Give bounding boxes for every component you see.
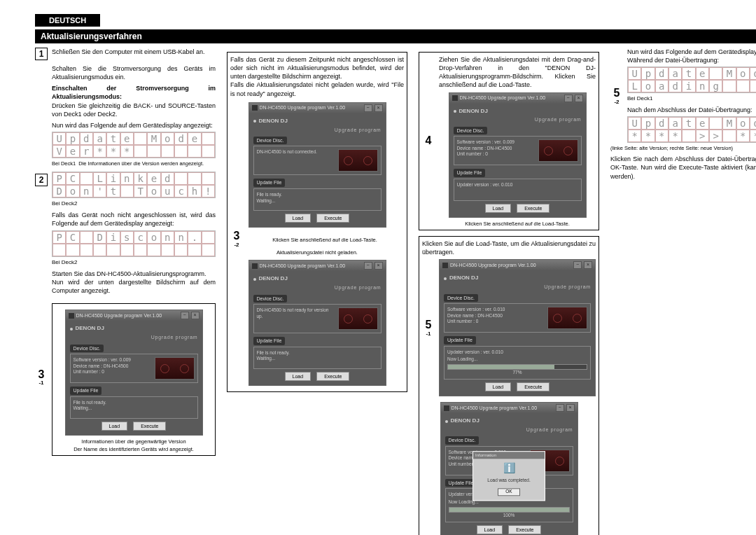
text-bold: Einschalten der Stromversorgung im Aktua… — [52, 84, 216, 101]
close-icon[interactable]: × — [191, 312, 200, 319]
lcd-deck-label: Bei Deck1 — [627, 95, 756, 103]
window-titlebar: DN-HC4500 Upgrade program Ver.1.00 − × — [249, 260, 386, 271]
text: Falls das Gerät zu diesem Zeitpunkt nich… — [230, 55, 404, 98]
execute-button[interactable]: Execute — [517, 204, 550, 213]
device-info: Software version : ver. 0.009Device name… — [74, 357, 152, 380]
step-number-sub: 5-1 — [422, 319, 435, 337]
load-button[interactable]: Load — [485, 382, 512, 391]
ok-button[interactable]: OK — [498, 488, 519, 496]
screenshot-panel: Falls das Gerät zu diesem Zeitpunkt nich… — [227, 52, 407, 392]
update-file-box: Updater version : ver. 0.010 — [454, 179, 582, 201]
info-icon: ℹ️ — [477, 462, 540, 475]
update-tag: Update File — [454, 169, 486, 176]
column-3: 4 Ziehen Sie die Aktualisierungsdatei mi… — [419, 48, 599, 535]
close-icon[interactable]: × — [374, 262, 383, 270]
execute-button[interactable]: Execute — [133, 422, 166, 431]
text: Drücken Sie gleichzeitig die BACK- und S… — [52, 102, 216, 118]
text: Starten Sie das DN-HC4500-Aktualisierung… — [52, 270, 216, 278]
lcd-display: PCDisconn. — [52, 230, 216, 257]
lcd-display: PDConL'itnkTeoduch! — [52, 172, 216, 198]
column-2: Falls das Gerät zu diesem Zeitpunkt nich… — [227, 48, 407, 535]
close-icon[interactable]: × — [566, 404, 575, 412]
screenshot-panel: 4 Ziehen Sie die Aktualisierungsdatei mi… — [419, 52, 599, 230]
update-file-box: Updater version : ver. 0.010 Now Loading… — [444, 346, 591, 380]
brand-logo: DENON DJ — [253, 118, 382, 125]
lcd-info-right: Die Informationen über die Version werde… — [78, 160, 216, 167]
step-number-sub: 4 — [422, 135, 435, 147]
execute-button[interactable]: Execute — [316, 214, 349, 223]
step-number-sub: 3-1 — [35, 369, 48, 387]
app-icon — [252, 263, 258, 269]
step-2: 2 Schalten Sie die Stromversorgung des G… — [35, 64, 216, 295]
app-window: DN-HC4500 Upgrade program Ver.1.00 − × D… — [248, 102, 386, 228]
load-button[interactable]: Load — [285, 372, 312, 381]
window-buttons: Load Execute — [253, 372, 382, 381]
text: Ziehen Sie die Aktualisierungsdatei mit … — [439, 55, 596, 90]
execute-button[interactable]: Execute — [517, 382, 550, 391]
execute-button[interactable]: Execute — [508, 525, 541, 534]
lcd-deck-label: Bei Deck1 — [52, 160, 76, 167]
lcd-display: U*p*d*a*te>>Mo*d*e** — [627, 116, 756, 143]
minimize-icon[interactable]: − — [556, 404, 564, 412]
device-tag: Device Disc. — [444, 294, 478, 302]
app-window: DN-HC4500 Upgrade program Ver.1.00 − × D… — [248, 260, 386, 386]
upgrade-label: Upgrade program — [444, 284, 591, 290]
main-columns: 1 Schließen Sie den Computer mit einem U… — [35, 48, 756, 535]
caption: Aktualisierungsdatei nicht geladen. — [230, 249, 404, 256]
execute-button[interactable]: Execute — [316, 372, 349, 381]
upgrade-label: Upgrade program — [253, 127, 382, 133]
text: Klicken Sie auf die Load-Taste, um die A… — [422, 239, 596, 256]
minimize-icon[interactable]: − — [564, 95, 573, 102]
update-tag: Update File — [444, 336, 476, 344]
progress-bar — [447, 364, 587, 370]
language-tab: DEUTSCH — [35, 14, 100, 27]
section-header: Aktualisierungsverfahren — [35, 29, 756, 43]
update-tag: Update File — [253, 179, 286, 186]
close-icon[interactable]: × — [575, 95, 583, 102]
caption: Klicken Sie anschließend auf die Load-Ta… — [439, 221, 596, 227]
brand-logo: DENON DJ — [70, 325, 198, 333]
text: Nach dem Abschluss der Datei-Übertragung… — [627, 106, 756, 114]
window-body: DENON DJ Upgrade program Device Disc. So… — [66, 321, 202, 435]
text: Klicken Sie nach dem Abschluss der Datei… — [610, 155, 756, 180]
screenshot-panel: Klicken Sie auf die Load-Taste, um die A… — [419, 236, 599, 535]
device-box: DN-HC4500 is not ready for version up. — [253, 304, 382, 333]
column-4: 5-2 Nun wird das Folgende auf dem Geräte… — [610, 48, 756, 535]
lcd-legend: (linke Seite: alte Version; rechte Seite… — [610, 145, 756, 152]
caption: Klicken Sie anschließend auf die Load-Ta… — [246, 237, 404, 243]
device-image — [538, 139, 578, 162]
lcd-display: ULpodaadtiengMode — [627, 67, 756, 93]
window-title: DN-HC4500 Upgrade program Ver.1.00 — [450, 262, 536, 268]
device-info: Software version : ver. 0.009Device name… — [457, 139, 536, 162]
window-buttons: Load Execute — [445, 525, 573, 534]
load-button[interactable]: Load — [102, 422, 128, 431]
close-icon[interactable]: × — [584, 261, 592, 269]
load-button[interactable]: Load — [285, 214, 312, 223]
load-button[interactable]: Load — [485, 204, 512, 213]
lcd-display: UVpedra*t*e*Mode — [52, 132, 216, 158]
progress-text: 100% — [449, 513, 570, 519]
lcd-info: Bei Deck1 Die Informationen über die Ver… — [52, 160, 216, 167]
close-icon[interactable]: × — [374, 104, 383, 112]
popup-dialog: Information ℹ️ Load was completed. OK — [472, 451, 545, 501]
upgrade-label: Upgrade program — [253, 284, 382, 291]
column-1: 1 Schließen Sie den Computer mit einem U… — [35, 48, 216, 535]
step-number: 2 — [35, 174, 48, 186]
app-icon — [252, 105, 258, 111]
step-number: 1 — [35, 48, 48, 60]
window-body: DENON DJ Upgrade program Device Disc. So… — [440, 270, 595, 396]
app-icon — [444, 405, 449, 411]
minimize-icon[interactable]: − — [573, 261, 582, 269]
minimize-icon[interactable]: − — [181, 312, 189, 319]
window-titlebar: DN-HC4500 Upgrade program Ver.1.00 − × — [441, 403, 578, 413]
device-image — [547, 307, 587, 329]
minimize-icon[interactable]: − — [364, 262, 372, 270]
minimize-icon[interactable]: − — [364, 104, 372, 112]
app-icon — [452, 95, 458, 101]
window-title: DN-HC4500 Upgrade program Ver.1.00 — [260, 263, 346, 269]
device-tag: Device Disc. — [445, 436, 479, 444]
device-info: DN-HC4500 is not ready for version up. — [257, 307, 335, 330]
load-button[interactable]: Load — [477, 525, 503, 534]
popup-title: Information — [473, 452, 545, 459]
device-image — [155, 357, 195, 380]
